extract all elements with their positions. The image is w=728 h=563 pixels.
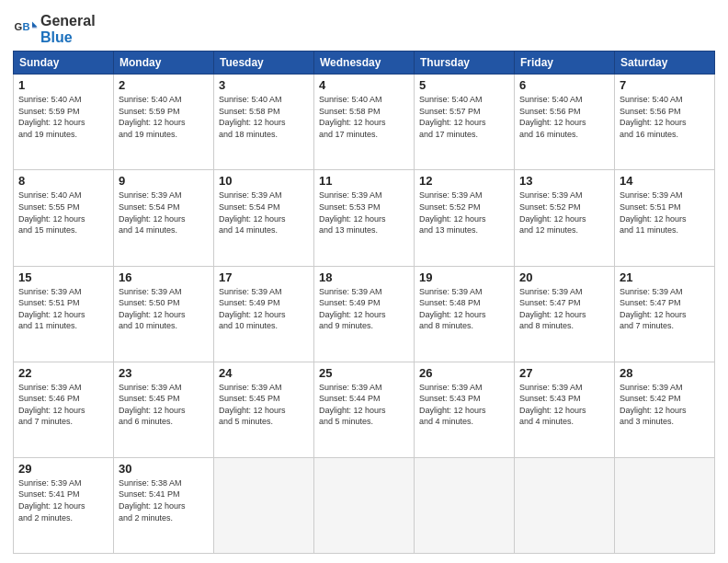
calendar-cell-w1d2: 10Sunrise: 5:39 AM Sunset: 5:54 PM Dayli… [214, 170, 314, 266]
day-number: 21 [620, 270, 710, 284]
calendar-cell-w3d4: 26Sunrise: 5:39 AM Sunset: 5:43 PM Dayli… [415, 362, 515, 457]
day-number: 12 [419, 174, 509, 188]
calendar-cell-w1d3: 11Sunrise: 5:39 AM Sunset: 5:53 PM Dayli… [314, 170, 415, 266]
day-info: Sunrise: 5:39 AM Sunset: 5:43 PM Dayligh… [419, 382, 509, 428]
svg-text:G: G [14, 21, 22, 32]
day-info: Sunrise: 5:39 AM Sunset: 5:41 PM Dayligh… [18, 477, 108, 523]
calendar-cell-w0d0: 1Sunrise: 5:40 AM Sunset: 5:59 PM Daylig… [14, 75, 114, 170]
day-number: 14 [620, 174, 710, 188]
logo-blue: Blue [40, 29, 96, 46]
day-number: 17 [219, 270, 309, 284]
day-number: 25 [319, 366, 409, 380]
calendar-cell-w3d5: 27Sunrise: 5:39 AM Sunset: 5:43 PM Dayli… [515, 362, 615, 457]
calendar-cell-w4d6 [615, 457, 715, 553]
calendar-cell-w4d3 [314, 457, 415, 553]
day-number: 28 [620, 366, 710, 380]
calendar-cell-w0d6: 7Sunrise: 5:40 AM Sunset: 5:56 PM Daylig… [615, 75, 715, 170]
calendar-cell-w2d5: 20Sunrise: 5:39 AM Sunset: 5:47 PM Dayli… [515, 266, 615, 362]
weekday-header-thursday: Thursday [415, 52, 515, 75]
weekday-header-friday: Friday [515, 52, 615, 75]
day-number: 27 [519, 366, 609, 380]
day-number: 16 [119, 270, 209, 284]
calendar-cell-w4d4 [415, 457, 515, 553]
day-number: 10 [219, 174, 309, 188]
calendar: SundayMondayTuesdayWednesdayThursdayFrid… [13, 51, 715, 554]
calendar-cell-w1d5: 13Sunrise: 5:39 AM Sunset: 5:52 PM Dayli… [515, 170, 615, 266]
calendar-cell-w0d3: 4Sunrise: 5:40 AM Sunset: 5:58 PM Daylig… [314, 75, 415, 170]
weekday-header-sunday: Sunday [14, 52, 114, 75]
calendar-cell-w1d6: 14Sunrise: 5:39 AM Sunset: 5:51 PM Dayli… [615, 170, 715, 266]
day-number: 29 [18, 462, 108, 476]
day-info: Sunrise: 5:40 AM Sunset: 5:58 PM Dayligh… [219, 94, 309, 140]
day-number: 6 [519, 78, 609, 92]
logo-general: General [40, 13, 96, 29]
calendar-cell-w4d0: 29Sunrise: 5:39 AM Sunset: 5:41 PM Dayli… [14, 457, 114, 553]
day-info: Sunrise: 5:39 AM Sunset: 5:51 PM Dayligh… [18, 286, 108, 332]
day-info: Sunrise: 5:39 AM Sunset: 5:45 PM Dayligh… [219, 382, 309, 428]
calendar-cell-w3d6: 28Sunrise: 5:39 AM Sunset: 5:42 PM Dayli… [615, 362, 715, 457]
day-info: Sunrise: 5:39 AM Sunset: 5:50 PM Dayligh… [119, 286, 209, 332]
day-number: 19 [419, 270, 509, 284]
day-info: Sunrise: 5:39 AM Sunset: 5:47 PM Dayligh… [519, 286, 609, 332]
day-number: 11 [319, 174, 409, 188]
day-info: Sunrise: 5:40 AM Sunset: 5:58 PM Dayligh… [319, 94, 409, 140]
day-number: 3 [219, 78, 309, 92]
day-number: 22 [18, 366, 108, 380]
day-number: 7 [620, 78, 710, 92]
weekday-header-saturday: Saturday [615, 52, 715, 75]
calendar-cell-w1d0: 8Sunrise: 5:40 AM Sunset: 5:55 PM Daylig… [14, 170, 114, 266]
day-number: 18 [319, 270, 409, 284]
svg-text:B: B [23, 21, 30, 32]
day-info: Sunrise: 5:39 AM Sunset: 5:45 PM Dayligh… [119, 382, 209, 428]
day-info: Sunrise: 5:39 AM Sunset: 5:44 PM Dayligh… [319, 382, 409, 428]
day-number: 24 [219, 366, 309, 380]
calendar-cell-w1d1: 9Sunrise: 5:39 AM Sunset: 5:54 PM Daylig… [114, 170, 214, 266]
day-info: Sunrise: 5:40 AM Sunset: 5:57 PM Dayligh… [419, 94, 509, 140]
day-info: Sunrise: 5:39 AM Sunset: 5:52 PM Dayligh… [419, 190, 509, 236]
day-info: Sunrise: 5:39 AM Sunset: 5:54 PM Dayligh… [119, 190, 209, 236]
day-number: 30 [119, 462, 209, 476]
day-number: 20 [519, 270, 609, 284]
day-number: 23 [119, 366, 209, 380]
calendar-cell-w4d1: 30Sunrise: 5:38 AM Sunset: 5:41 PM Dayli… [114, 457, 214, 553]
calendar-cell-w4d2 [214, 457, 314, 553]
day-info: Sunrise: 5:39 AM Sunset: 5:49 PM Dayligh… [319, 286, 409, 332]
calendar-cell-w4d5 [515, 457, 615, 553]
logo: G B General Blue [13, 13, 96, 45]
day-number: 26 [419, 366, 509, 380]
day-info: Sunrise: 5:39 AM Sunset: 5:54 PM Dayligh… [219, 190, 309, 236]
weekday-header-tuesday: Tuesday [214, 52, 314, 75]
calendar-cell-w2d2: 17Sunrise: 5:39 AM Sunset: 5:49 PM Dayli… [214, 266, 314, 362]
calendar-cell-w3d2: 24Sunrise: 5:39 AM Sunset: 5:45 PM Dayli… [214, 362, 314, 457]
calendar-cell-w2d3: 18Sunrise: 5:39 AM Sunset: 5:49 PM Dayli… [314, 266, 415, 362]
calendar-cell-w1d4: 12Sunrise: 5:39 AM Sunset: 5:52 PM Dayli… [415, 170, 515, 266]
day-info: Sunrise: 5:39 AM Sunset: 5:43 PM Dayligh… [519, 382, 609, 428]
weekday-header-monday: Monday [114, 52, 214, 75]
weekday-header-wednesday: Wednesday [314, 52, 415, 75]
day-number: 4 [319, 78, 409, 92]
day-info: Sunrise: 5:40 AM Sunset: 5:59 PM Dayligh… [18, 94, 108, 140]
calendar-cell-w0d5: 6Sunrise: 5:40 AM Sunset: 5:56 PM Daylig… [515, 75, 615, 170]
day-number: 5 [419, 78, 509, 92]
calendar-cell-w2d0: 15Sunrise: 5:39 AM Sunset: 5:51 PM Dayli… [14, 266, 114, 362]
day-info: Sunrise: 5:40 AM Sunset: 5:59 PM Dayligh… [119, 94, 209, 140]
calendar-cell-w3d0: 22Sunrise: 5:39 AM Sunset: 5:46 PM Dayli… [14, 362, 114, 457]
day-number: 2 [119, 78, 209, 92]
day-info: Sunrise: 5:39 AM Sunset: 5:46 PM Dayligh… [18, 382, 108, 428]
logo-icon: G B [13, 17, 39, 42]
calendar-cell-w0d1: 2Sunrise: 5:40 AM Sunset: 5:59 PM Daylig… [114, 75, 214, 170]
day-info: Sunrise: 5:39 AM Sunset: 5:52 PM Dayligh… [519, 190, 609, 236]
day-info: Sunrise: 5:40 AM Sunset: 5:56 PM Dayligh… [620, 94, 710, 140]
calendar-cell-w3d3: 25Sunrise: 5:39 AM Sunset: 5:44 PM Dayli… [314, 362, 415, 457]
day-info: Sunrise: 5:39 AM Sunset: 5:42 PM Dayligh… [620, 382, 710, 428]
calendar-cell-w0d2: 3Sunrise: 5:40 AM Sunset: 5:58 PM Daylig… [214, 75, 314, 170]
day-info: Sunrise: 5:40 AM Sunset: 5:56 PM Dayligh… [519, 94, 609, 140]
day-info: Sunrise: 5:40 AM Sunset: 5:55 PM Dayligh… [18, 190, 108, 236]
calendar-cell-w2d4: 19Sunrise: 5:39 AM Sunset: 5:48 PM Dayli… [415, 266, 515, 362]
day-number: 13 [519, 174, 609, 188]
day-number: 8 [18, 174, 108, 188]
day-info: Sunrise: 5:39 AM Sunset: 5:51 PM Dayligh… [620, 190, 710, 236]
day-number: 15 [18, 270, 108, 284]
day-number: 1 [18, 78, 108, 92]
calendar-cell-w0d4: 5Sunrise: 5:40 AM Sunset: 5:57 PM Daylig… [415, 75, 515, 170]
